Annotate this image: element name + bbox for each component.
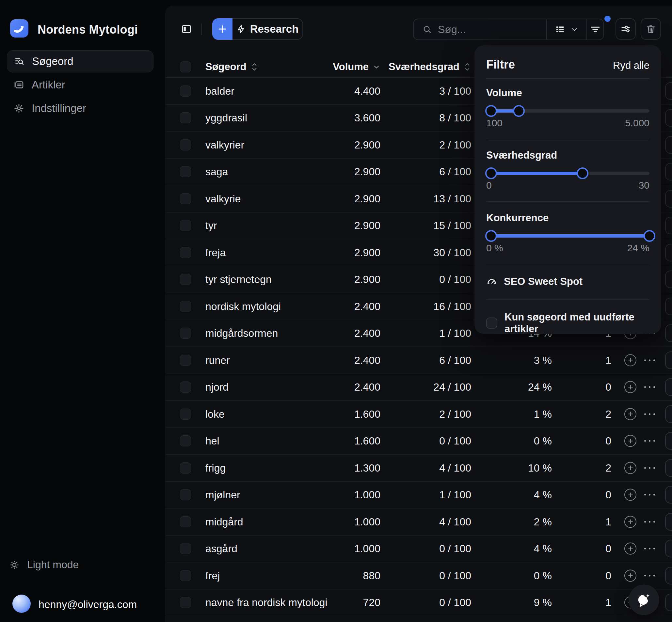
sidebar-toggle-button[interactable]: [180, 23, 193, 35]
row-action-partial[interactable]: [665, 136, 672, 154]
row-menu-button[interactable]: [644, 359, 655, 361]
add-article-button[interactable]: [624, 543, 636, 555]
view-mode-dropdown[interactable]: [547, 25, 586, 34]
row-checkbox[interactable]: [180, 274, 191, 285]
row-checkbox[interactable]: [180, 139, 191, 150]
sidebar-item-sogeord[interactable]: Søgeord: [7, 50, 154, 72]
table-row[interactable]: njord 2.400 24 / 100 24 % 0: [165, 374, 672, 401]
add-article-button[interactable]: [624, 354, 636, 366]
table-row[interactable]: navne fra nordisk mytologi 720 0 / 100 9…: [165, 589, 672, 617]
row-checkbox[interactable]: [180, 570, 191, 581]
row-action-partial[interactable]: [665, 405, 672, 423]
row-action-partial[interactable]: [665, 324, 672, 342]
table-row[interactable]: frej 880 0 / 100 0 % 0: [165, 562, 672, 589]
row-menu-button[interactable]: [644, 386, 655, 388]
header-keyword[interactable]: Søgeord: [205, 61, 258, 73]
row-action-partial[interactable]: [665, 486, 672, 504]
volume-range-slider[interactable]: [486, 105, 649, 117]
table-row[interactable]: midgård 1.000 4 / 100 2 % 1: [165, 509, 672, 535]
slider-handle-min[interactable]: [485, 230, 497, 242]
table-row[interactable]: mjølner 1.000 1 / 100 4 % 0: [165, 482, 672, 509]
row-checkbox[interactable]: [180, 516, 191, 527]
row-action-partial[interactable]: [665, 109, 672, 127]
row-action-partial[interactable]: [665, 82, 672, 100]
slider-handle-max[interactable]: [577, 167, 588, 179]
delete-button[interactable]: [641, 18, 661, 40]
search-input[interactable]: Søg...: [414, 24, 546, 36]
add-article-button[interactable]: [624, 569, 636, 582]
row-menu-button[interactable]: [644, 467, 655, 469]
row-action-partial[interactable]: [665, 190, 672, 208]
row-action-partial[interactable]: [665, 163, 672, 180]
row-checkbox[interactable]: [180, 85, 191, 97]
row-action-partial[interactable]: [665, 594, 672, 611]
difficulty-range-slider[interactable]: [486, 167, 649, 179]
row-action-partial[interactable]: [665, 244, 672, 262]
slider-handle-min[interactable]: [485, 105, 497, 117]
row-checkbox[interactable]: [180, 355, 191, 366]
row-checkbox[interactable]: [180, 543, 191, 554]
checkbox[interactable]: [486, 317, 497, 329]
add-article-button[interactable]: [624, 381, 636, 393]
row-menu-button[interactable]: [644, 548, 655, 550]
sidebar-item-artikler[interactable]: Artikler: [7, 74, 154, 96]
row-checkbox[interactable]: [180, 462, 191, 474]
add-article-button[interactable]: [624, 435, 636, 447]
row-menu-button[interactable]: [644, 494, 655, 496]
row-checkbox[interactable]: [180, 112, 191, 123]
row-checkbox[interactable]: [180, 166, 191, 177]
row-action-partial[interactable]: [665, 378, 672, 396]
row-action-partial[interactable]: [665, 540, 672, 557]
row-action-partial[interactable]: [665, 459, 672, 477]
table-row[interactable]: runer 2.400 6 / 100 3 % 1: [165, 347, 672, 374]
row-action-partial[interactable]: [665, 271, 672, 288]
avatar[interactable]: [12, 595, 31, 613]
row-action-partial[interactable]: [665, 567, 672, 584]
row-checkbox[interactable]: [180, 435, 191, 446]
add-article-button[interactable]: [624, 408, 636, 420]
app-logo[interactable]: [10, 19, 28, 38]
row-checkbox[interactable]: [180, 327, 191, 339]
research-button[interactable]: Research: [232, 18, 303, 40]
row-checkbox[interactable]: [180, 489, 191, 500]
unwritten-articles-filter[interactable]: Kun søgeord med uudførte artikler: [486, 311, 649, 335]
row-action-partial[interactable]: [665, 432, 672, 450]
theme-toggle[interactable]: Light mode: [9, 559, 79, 571]
row-action-partial[interactable]: [665, 298, 672, 315]
slider-handle-max[interactable]: [644, 230, 655, 242]
row-checkbox[interactable]: [180, 597, 191, 608]
slider-handle-max[interactable]: [513, 105, 525, 117]
add-article-button[interactable]: [624, 462, 636, 474]
column-settings-button[interactable]: [615, 18, 636, 40]
competition-range-slider[interactable]: [486, 230, 649, 242]
row-checkbox[interactable]: [180, 193, 191, 204]
row-menu-button[interactable]: [644, 413, 655, 415]
seo-sweet-spot-toggle[interactable]: SEO Sweet Spot: [486, 276, 649, 287]
filter-button[interactable]: [587, 24, 603, 35]
row-menu-button[interactable]: [644, 521, 655, 522]
sidebar-item-indstillinger[interactable]: Indstillinger: [7, 97, 154, 119]
clear-all-filters-button[interactable]: Ryd alle: [486, 60, 649, 71]
slider-handle-min[interactable]: [485, 167, 497, 179]
row-action-partial[interactable]: [665, 351, 672, 369]
row-action-partial[interactable]: [665, 217, 672, 234]
add-article-button[interactable]: [624, 516, 636, 528]
add-article-button[interactable]: [624, 489, 636, 501]
row-checkbox[interactable]: [180, 301, 191, 312]
row-checkbox[interactable]: [180, 247, 191, 258]
table-row[interactable]: asgård 1.000 0 / 100 4 % 0: [165, 535, 672, 563]
row-checkbox[interactable]: [180, 220, 191, 231]
row-action-partial[interactable]: [665, 513, 672, 531]
row-checkbox[interactable]: [180, 409, 191, 420]
select-all-checkbox[interactable]: [180, 61, 191, 72]
row-checkbox[interactable]: [180, 381, 191, 392]
header-volume[interactable]: Volume: [333, 61, 380, 73]
row-menu-button[interactable]: [644, 440, 655, 442]
add-keyword-button[interactable]: [212, 18, 232, 40]
table-row[interactable]: hel 1.600 0 / 100 0 % 0: [165, 428, 672, 455]
row-menu-button[interactable]: [644, 575, 655, 576]
assistant-button[interactable]: [629, 584, 659, 615]
table-row[interactable]: loke 1.600 2 / 100 1 % 2: [165, 401, 672, 428]
table-row[interactable]: frigg 1.300 4 / 100 10 % 2: [165, 455, 672, 482]
header-difficulty[interactable]: Sværhedsgrad: [389, 61, 471, 73]
